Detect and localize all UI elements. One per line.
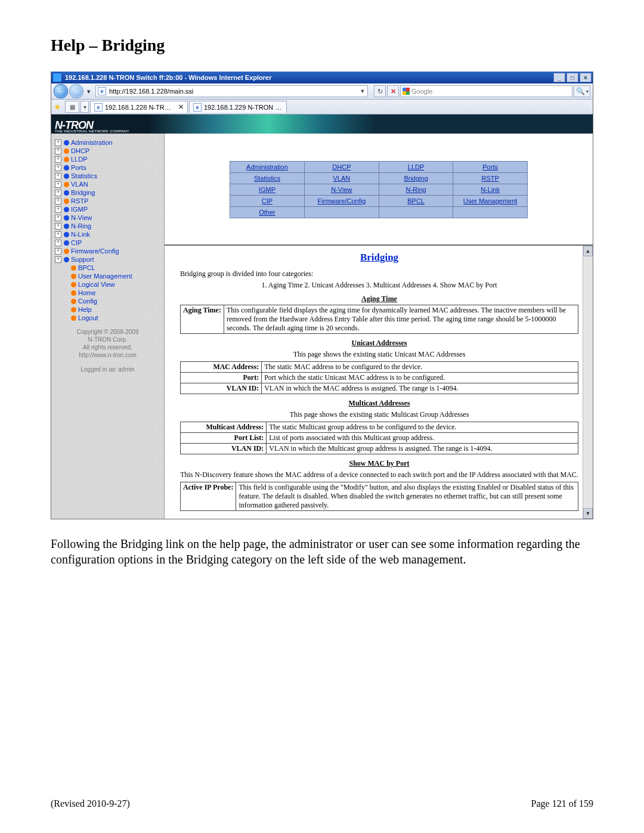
favorites-icon[interactable]: ★	[54, 102, 61, 112]
sidebar-item-support[interactable]: +Support	[55, 255, 160, 264]
sidebar-item-administration[interactable]: +Administration	[55, 138, 160, 147]
help-nav-cell[interactable]: Administration	[230, 162, 305, 173]
scroll-down-icon[interactable]: ▼	[583, 508, 593, 519]
help-link-n-ring[interactable]: N-Ring	[405, 186, 426, 193]
help-nav-cell[interactable]: N-View	[304, 184, 379, 196]
sidebar-item-firmware-config[interactable]: +Firmware/Config	[55, 247, 160, 255]
help-nav-cell[interactable]: LLDP	[379, 162, 453, 173]
help-nav-cell[interactable]: RSTP	[453, 173, 528, 184]
help-link-n-view[interactable]: N-View	[331, 186, 352, 193]
expand-icon[interactable]: +	[55, 148, 61, 154]
sidebar-item-home[interactable]: Home	[55, 289, 160, 297]
help-nav-cell[interactable]: BPCL	[379, 196, 453, 207]
vertical-scrollbar[interactable]: ▲ ▼	[583, 246, 593, 519]
expand-icon[interactable]: +	[55, 231, 61, 238]
expand-icon[interactable]: +	[55, 156, 61, 163]
sidebar-item-bridging[interactable]: +Bridging	[55, 188, 160, 197]
expand-icon[interactable]: +	[55, 181, 61, 188]
help-link-vlan[interactable]: VLAN	[333, 175, 351, 182]
sidebar-item-config[interactable]: Config	[55, 297, 160, 305]
help-nav-cell[interactable]: IGMP	[230, 184, 305, 196]
help-link-statistics[interactable]: Statistics	[254, 175, 280, 182]
help-nav-cell[interactable]: Firmware/Config	[304, 196, 379, 207]
search-go-button[interactable]: 🔍 ▾	[574, 85, 590, 97]
help-link-bridging[interactable]: Bridging	[404, 175, 428, 182]
forward-button[interactable]: →	[69, 84, 83, 98]
sidebar-item-dhcp[interactable]: +DHCP	[55, 147, 160, 155]
sidebar-item-help[interactable]: Help	[55, 305, 160, 314]
history-dropdown-icon[interactable]: ▾	[87, 88, 93, 95]
help-nav-cell[interactable]: N-Ring	[379, 184, 453, 196]
sidebar-item-logical-view[interactable]: Logical View	[55, 280, 160, 289]
help-link-n-link[interactable]: N-Link	[481, 186, 500, 193]
sidebar-item-statistics[interactable]: +Statistics	[55, 172, 160, 180]
tab-1[interactable]: e 192.168.1.228 N-TRON … ✕	[90, 101, 188, 113]
back-button[interactable]: ←	[54, 84, 68, 98]
expand-icon[interactable]: +	[55, 190, 61, 196]
help-link-rstp[interactable]: RSTP	[481, 175, 499, 182]
sidebar-item-n-link[interactable]: +N-Link	[55, 230, 160, 239]
help-link-igmp[interactable]: IGMP	[259, 186, 275, 193]
refresh-button[interactable]: ↻	[374, 85, 386, 97]
expand-icon[interactable]: +	[55, 223, 61, 230]
sidebar-item-ports[interactable]: +Ports	[55, 163, 160, 172]
expand-icon[interactable]: +	[55, 173, 61, 179]
sidebar-item-n-ring[interactable]: +N-Ring	[55, 222, 160, 230]
stop-button[interactable]: ✕	[387, 85, 399, 97]
address-bar[interactable]: e ▼	[95, 85, 368, 97]
sidebar-item-vlan[interactable]: +VLAN	[55, 180, 160, 188]
sidebar-item-bpcl[interactable]: BPCL	[55, 264, 160, 272]
sidebar-item-logout[interactable]: Logout	[55, 314, 160, 322]
url-dropdown-icon[interactable]: ▼	[358, 88, 367, 94]
expand-icon[interactable]: +	[55, 248, 61, 255]
sidebar-item-cip[interactable]: +CIP	[55, 239, 160, 247]
bullet-icon	[64, 157, 69, 162]
help-link-ports[interactable]: Ports	[482, 163, 498, 171]
sidebar-item-user-management[interactable]: User Management	[55, 272, 160, 280]
tab-favicon: e	[193, 103, 202, 112]
minimize-button[interactable]: _	[553, 73, 565, 82]
expand-icon[interactable]: +	[55, 256, 61, 263]
help-nav-cell[interactable]: VLAN	[304, 173, 379, 184]
help-title: Bridging	[180, 252, 578, 264]
help-nav-cell[interactable]: N-Link	[453, 184, 528, 196]
tab-2[interactable]: e 192.168.1.229 N-TRON Swit…	[189, 101, 287, 113]
sidebar-item-lldp[interactable]: +LLDP	[55, 155, 160, 163]
search-bar[interactable]: Google	[400, 85, 572, 97]
expand-icon[interactable]: +	[55, 240, 61, 246]
search-dropdown-icon[interactable]: ▾	[586, 89, 589, 94]
help-link-dhcp[interactable]: DHCP	[332, 163, 351, 171]
help-link-cip[interactable]: CIP	[262, 197, 273, 205]
help-nav-cell[interactable]: Other	[230, 207, 305, 218]
tabs-dropdown-icon[interactable]: ▾	[80, 101, 89, 113]
help-link-other[interactable]: Other	[259, 209, 275, 216]
help-link-lldp[interactable]: LLDP	[408, 163, 425, 171]
tab-close-icon[interactable]: ✕	[178, 103, 184, 111]
expand-icon[interactable]: +	[55, 206, 61, 213]
help-link-administration[interactable]: Administration	[246, 163, 288, 171]
sidebar-item-rstp[interactable]: +RSTP	[55, 197, 160, 205]
sidebar-item-n-view[interactable]: +N-View	[55, 213, 160, 222]
help-nav-cell[interactable]: DHCP	[304, 162, 379, 173]
help-nav-cell[interactable]: Statistics	[230, 173, 305, 184]
close-button[interactable]: ×	[580, 73, 592, 82]
expand-icon[interactable]: +	[55, 198, 61, 205]
help-link-user-management[interactable]: User Management	[463, 197, 518, 205]
help-nav-cell[interactable]: Ports	[453, 162, 528, 173]
expand-icon[interactable]: +	[55, 215, 61, 221]
help-nav-cell[interactable]: User Management	[453, 196, 528, 207]
help-link-bpcl[interactable]: BPCL	[407, 197, 425, 205]
window-title: 192.168.1.228 N-TRON Switch ff:2b:00 - W…	[65, 74, 552, 81]
quick-tabs-button[interactable]: ▦	[65, 101, 79, 113]
scroll-up-icon[interactable]: ▲	[583, 246, 593, 256]
maximize-button[interactable]: □	[566, 73, 578, 82]
help-nav-cell[interactable]: CIP	[230, 196, 305, 207]
url-input[interactable]	[108, 88, 358, 95]
bullet-icon	[64, 182, 69, 187]
expand-icon[interactable]: +	[55, 165, 61, 171]
help-link-firmware-config[interactable]: Firmware/Config	[318, 197, 366, 205]
sidebar-item-igmp[interactable]: +IGMP	[55, 205, 160, 213]
browser-window: 192.168.1.228 N-TRON Switch ff:2b:00 - W…	[51, 72, 593, 519]
help-nav-cell[interactable]: Bridging	[379, 173, 453, 184]
expand-icon[interactable]: +	[55, 140, 61, 146]
